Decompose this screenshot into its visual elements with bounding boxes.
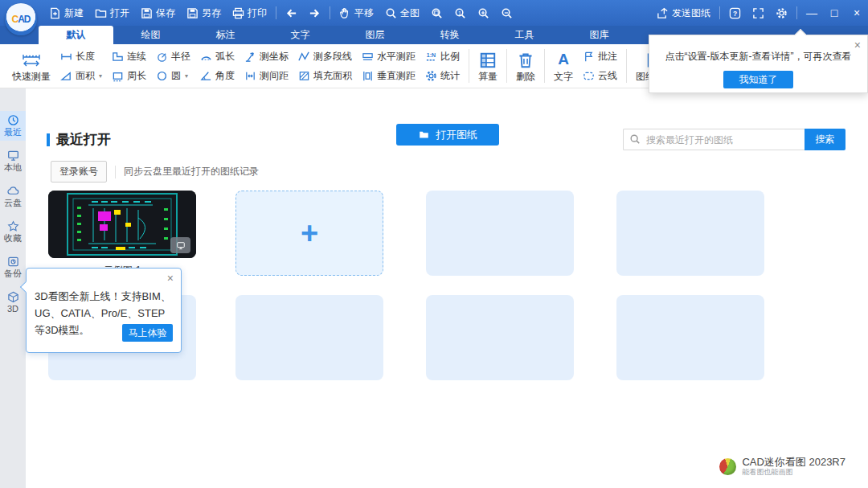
product-name: CAD迷你看图 2023R7 xyxy=(742,457,845,468)
tab-default[interactable]: 默认 xyxy=(39,26,113,44)
quick-measure-icon xyxy=(23,51,40,69)
add-drawing-card[interactable]: + xyxy=(235,191,383,276)
open-button[interactable]: 打开 xyxy=(89,0,135,26)
dropdown-caret: ▾ xyxy=(185,72,188,80)
vertical-distance-icon xyxy=(362,70,374,82)
zoom-scale-button[interactable]: 1 xyxy=(448,0,472,26)
app-logo: CAD xyxy=(5,3,37,35)
arc-icon xyxy=(200,51,212,63)
update-tip-text: 点击“设置-版本更新-查看详情”，可再次查看 xyxy=(649,50,867,64)
close-icon[interactable]: × xyxy=(854,39,861,51)
device-badge xyxy=(170,237,190,253)
sidebar-item-cloud[interactable]: 云盘 xyxy=(0,182,26,211)
polyline-icon xyxy=(298,51,310,63)
save-button[interactable]: 保存 xyxy=(135,0,181,26)
tool-quick-measure[interactable]: 快速测量 xyxy=(6,51,56,81)
divider xyxy=(796,6,797,19)
tab-tools[interactable]: 工具 xyxy=(487,26,562,44)
sidebar-item-backup[interactable]: 备份 xyxy=(0,252,26,282)
tab-draw[interactable]: 绘图 xyxy=(113,26,188,44)
zoom-in-button[interactable] xyxy=(472,0,495,26)
tool-measure-coordinate[interactable]: 测坐标 xyxy=(240,48,294,64)
pan-button[interactable]: 平移 xyxy=(334,0,379,26)
tab-text[interactable]: 文字 xyxy=(263,26,338,44)
search-bar: 搜索 xyxy=(623,129,845,150)
close-icon[interactable]: × xyxy=(167,272,174,285)
monitor-icon xyxy=(7,150,19,162)
tool-quantity-calc[interactable]: 算量 xyxy=(473,51,503,81)
zoom-out-button[interactable] xyxy=(495,0,518,26)
tool-angle[interactable]: 角度 xyxy=(196,68,240,84)
tool-perimeter[interactable]: 周长 xyxy=(108,68,152,84)
horizontal-distance-icon xyxy=(362,51,374,63)
sidebar-item-recent[interactable]: 最近 xyxy=(0,111,26,141)
length-icon xyxy=(60,51,72,63)
tab-convert[interactable]: 转换 xyxy=(412,26,487,44)
close-button[interactable]: × xyxy=(845,0,868,26)
tool-text[interactable]: A 文字 xyxy=(548,51,579,81)
settings-button[interactable] xyxy=(770,0,793,26)
divider xyxy=(719,6,720,19)
monitor-icon xyxy=(176,241,186,250)
tool-revision-cloud[interactable]: 云线 xyxy=(579,68,623,84)
recent-file-card[interactable]: 示例图-1 xyxy=(48,191,196,276)
help-button[interactable] xyxy=(723,0,747,26)
tool-area[interactable]: 面积▾ xyxy=(56,68,108,84)
login-row: 登录账号 同步云盘里最近打开的图纸记录 xyxy=(51,161,259,182)
tool-radius[interactable]: 半径 xyxy=(152,48,196,64)
tool-fill-area[interactable]: 填充面积 xyxy=(294,68,358,84)
print-button[interactable]: 打印 xyxy=(227,0,272,26)
new-button[interactable]: 新建 xyxy=(43,0,89,26)
undo-back-button[interactable] xyxy=(280,0,303,26)
tool-measure-spacing[interactable]: 测间距 xyxy=(240,68,294,84)
tool-arc-length[interactable]: 弧长 xyxy=(196,48,240,64)
tool-delete[interactable]: 删除 xyxy=(510,51,541,81)
redo-forward-button[interactable] xyxy=(303,0,326,26)
zoom-window-button[interactable] xyxy=(425,0,448,26)
open-drawing-button[interactable]: 打开图纸 xyxy=(396,124,499,146)
sidebar-item-favorites[interactable]: 收藏 xyxy=(0,217,26,247)
divider xyxy=(469,49,469,83)
maximize-button[interactable]: □ xyxy=(823,0,845,26)
open-folder-icon xyxy=(95,7,107,19)
try-now-button[interactable]: 马上体验 xyxy=(122,324,173,342)
search-input[interactable] xyxy=(623,129,805,150)
tab-dimension[interactable]: 标注 xyxy=(188,26,263,44)
angle-icon xyxy=(200,70,212,82)
tool-measure-polyline[interactable]: 测多段线 xyxy=(294,48,358,64)
tool-continuous[interactable]: 连续 xyxy=(108,48,152,64)
hatch-icon xyxy=(298,70,310,82)
search-button[interactable]: 搜索 xyxy=(805,129,845,150)
send-drawing-button[interactable]: 发送图纸 xyxy=(651,0,716,26)
trash-icon xyxy=(517,51,534,69)
tab-layer[interactable]: 图层 xyxy=(338,26,412,44)
tool-vertical-distance[interactable]: 垂直测距 xyxy=(358,68,421,84)
tool-horizontal-distance[interactable]: 水平测距 xyxy=(358,48,421,64)
save-as-button[interactable]: 另存 xyxy=(181,0,227,26)
tool-circle[interactable]: 圆▾ xyxy=(152,68,196,84)
tool-statistics[interactable]: 统计 xyxy=(421,68,465,84)
footer-brand: CAD迷你看图 2023R7 能看图也能画图 xyxy=(719,457,845,477)
divider xyxy=(544,49,545,83)
fullscreen-icon xyxy=(752,7,764,19)
sidebar-item-local[interactable]: 本地 xyxy=(0,146,26,176)
divider xyxy=(276,6,276,19)
sidebar-item-3d[interactable]: 3D xyxy=(0,288,26,318)
tool-scale[interactable]: 比例 xyxy=(421,48,465,64)
fit-view-button[interactable]: 全图 xyxy=(379,0,425,26)
tab-library[interactable]: 图库 xyxy=(562,26,637,44)
tool-annotation[interactable]: 批注 xyxy=(579,48,623,64)
zoom-window-icon xyxy=(431,7,443,19)
print-icon xyxy=(232,7,244,19)
section-title: 最近打开 xyxy=(47,130,111,149)
minimize-button[interactable]: — xyxy=(800,0,823,26)
save-icon xyxy=(141,7,153,19)
tool-length[interactable]: 长度 xyxy=(56,48,108,64)
backup-icon xyxy=(7,256,19,268)
got-it-button[interactable]: 我知道了 xyxy=(723,71,793,88)
zoom-in-icon xyxy=(477,7,489,19)
fullscreen-button[interactable] xyxy=(747,0,770,26)
forward-arrow-icon xyxy=(309,7,321,19)
zoom-scale-icon: 1 xyxy=(454,7,466,19)
login-button[interactable]: 登录账号 xyxy=(51,161,107,182)
